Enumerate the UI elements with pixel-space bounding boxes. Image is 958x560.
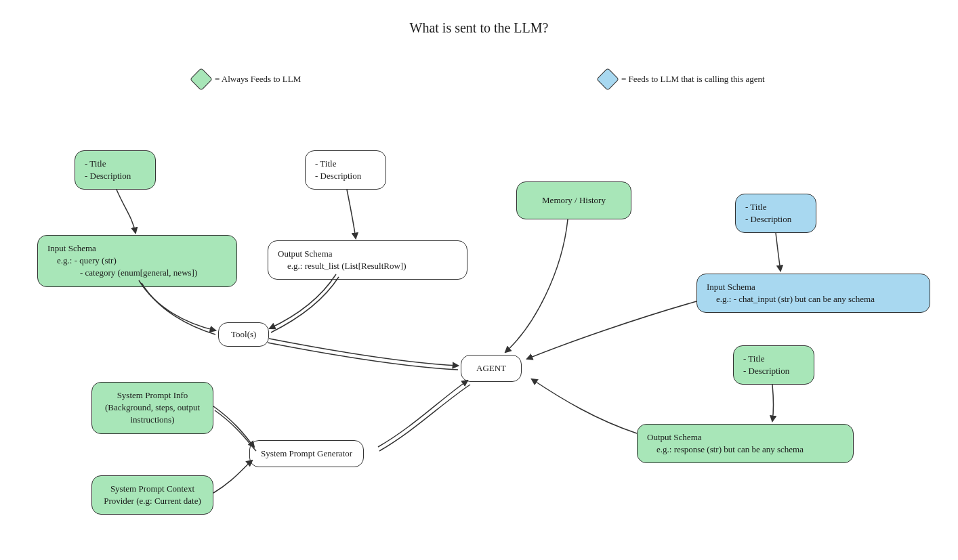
diamond-blue-icon (596, 68, 619, 91)
legend-green-label: = Always Feeds to LLM (215, 74, 301, 85)
agent-title-green-box: - Title - Description (733, 345, 814, 385)
box-line: - Description (743, 365, 804, 377)
box-line: System Prompt Context Provider (e.g: Cur… (104, 483, 201, 506)
output-schema-white-box: Output Schema e.g.: result_list (List[Re… (268, 240, 467, 280)
diamond-green-icon (190, 68, 213, 91)
tool-title-green-box: - Title - Description (75, 150, 156, 190)
diagram-title: What is sent to the LLM? (0, 20, 958, 36)
legend-blue: = Feeds to LLM that is calling this agen… (600, 71, 765, 87)
tool-title-white-box: - Title - Description (305, 150, 386, 190)
box-line: e.g.: result_list (List[ResultRow]) (278, 260, 457, 272)
box-line: - category (enum[general, news]) (47, 267, 227, 279)
system-prompt-info-box: System Prompt Info (Background, steps, o… (91, 382, 213, 434)
memory-history-box: Memory / History (516, 181, 631, 219)
output-schema-green-box: Output Schema e.g.: response (str) but c… (637, 424, 854, 463)
box-line: Output Schema (278, 248, 457, 260)
system-prompt-generator-box: System Prompt Generator (249, 440, 364, 467)
agent-box: AGENT (461, 355, 522, 382)
box-line: AGENT (476, 363, 506, 373)
box-line: Tool(s) (231, 329, 256, 339)
system-prompt-context-box: System Prompt Context Provider (e.g: Cur… (91, 475, 213, 515)
box-line: System Prompt Info (Background, steps, o… (105, 390, 200, 425)
box-line: Input Schema (707, 281, 920, 293)
box-line: Input Schema (47, 242, 227, 255)
agent-title-blue-box: - Title - Description (735, 194, 816, 233)
box-line: Output Schema (647, 431, 844, 444)
box-line: Memory / History (542, 195, 606, 205)
box-line: - Title (743, 353, 804, 365)
box-line: - Description (745, 213, 806, 225)
box-line: - Title (85, 158, 146, 170)
box-line: - Title (315, 158, 376, 170)
box-line: - Title (745, 201, 806, 213)
input-schema-green-box: Input Schema e.g.: - query (str) - categ… (37, 235, 237, 287)
box-line: e.g.: - query (str) (47, 255, 227, 267)
legend-blue-label: = Feeds to LLM that is calling this agen… (621, 74, 765, 85)
box-line: - Description (315, 170, 376, 182)
tools-box: Tool(s) (218, 322, 269, 347)
box-line: e.g.: - chat_input (str) but can be any … (707, 293, 920, 305)
box-line: - Description (85, 170, 146, 182)
box-line: System Prompt Generator (261, 448, 352, 458)
legend-green: = Always Feeds to LLM (193, 71, 301, 87)
input-schema-blue-box: Input Schema e.g.: - chat_input (str) bu… (696, 274, 930, 313)
box-line: e.g.: response (str) but can be any sche… (647, 444, 844, 456)
